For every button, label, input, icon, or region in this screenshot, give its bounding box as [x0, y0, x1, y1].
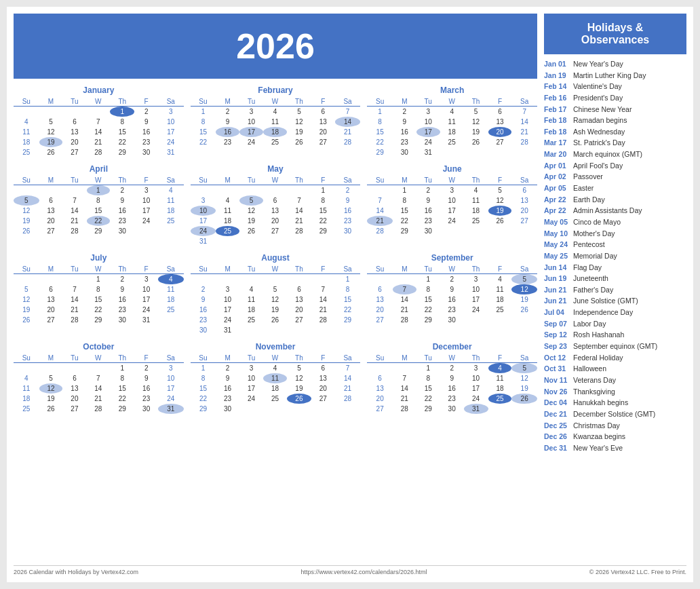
- day-cell: 5: [511, 363, 537, 374]
- day-cell: 23: [110, 305, 134, 315]
- day-cell: 20: [367, 394, 393, 404]
- day-cell: 26: [263, 315, 287, 325]
- day-cell: 21: [335, 383, 361, 394]
- day-header: Tu: [62, 176, 86, 185]
- day-cell: 22: [110, 394, 134, 404]
- day-header: Sa: [511, 265, 537, 274]
- day-header: Su: [191, 97, 216, 107]
- day-header: F: [134, 265, 158, 274]
- day-cell: 17: [158, 127, 184, 137]
- day-cell: [263, 185, 287, 196]
- day-header: M: [216, 354, 239, 363]
- table-row: 1234: [14, 274, 184, 285]
- month-title: September: [367, 253, 537, 263]
- day-cell: 14: [62, 294, 86, 305]
- day-cell: 25: [158, 305, 184, 315]
- holiday-item: Mar 17St. Patrick's Day: [544, 138, 686, 148]
- holiday-item: Nov 11Veterans Day: [544, 376, 686, 385]
- day-cell: 7: [511, 107, 537, 117]
- day-cell: 9: [134, 117, 158, 127]
- holiday-item: Apr 05Easter: [544, 184, 686, 193]
- day-cell: 27: [287, 315, 311, 325]
- day-cell: 2: [110, 274, 134, 285]
- day-cell: 19: [239, 216, 263, 226]
- day-header: Th: [464, 265, 488, 274]
- day-cell: 9: [110, 195, 134, 206]
- day-cell: [367, 185, 393, 196]
- day-cell: [239, 185, 263, 196]
- table-row: 27282930: [367, 315, 537, 325]
- day-cell: [239, 274, 263, 285]
- day-cell: 29: [335, 315, 361, 325]
- day-cell: 8: [367, 117, 393, 127]
- day-cell: 30: [110, 226, 134, 236]
- month-june: JuneSuMTuWThFSa1234567891011121314151617…: [367, 164, 537, 246]
- day-cell: 8: [311, 195, 335, 206]
- day-cell: 4: [440, 107, 464, 117]
- month-table: SuMTuWThFSa12345678910111213141516171819…: [191, 354, 361, 414]
- day-cell: 30: [440, 315, 464, 325]
- day-cell: [263, 274, 287, 285]
- day-header: Th: [287, 265, 311, 274]
- day-cell: 5: [263, 284, 287, 294]
- holiday-date: Jan 19: [544, 71, 570, 81]
- day-cell: 23: [440, 305, 464, 315]
- day-cell: 27: [367, 404, 393, 414]
- day-cell: 19: [39, 137, 63, 147]
- day-cell: 3: [464, 274, 488, 285]
- sidebar: Holidays &Observances Jan 01New Year's D…: [544, 14, 686, 560]
- day-header: W: [440, 97, 464, 107]
- day-cell: 31: [134, 315, 158, 325]
- day-header: Sa: [511, 176, 537, 185]
- day-cell: 11: [216, 206, 239, 216]
- day-cell: 21: [335, 127, 361, 137]
- holiday-item: Jun 21Father's Day: [544, 286, 686, 295]
- day-header: F: [488, 97, 512, 107]
- day-cell: 15: [311, 206, 335, 216]
- day-header: Su: [14, 354, 39, 363]
- day-cell: 15: [191, 383, 216, 394]
- day-cell: 26: [464, 137, 488, 147]
- holiday-name: Federal Holiday: [573, 354, 623, 363]
- table-row: 18192021222324: [14, 137, 184, 147]
- day-header: Su: [367, 97, 393, 107]
- day-cell: 17: [134, 294, 158, 305]
- table-row: 262728293031: [14, 315, 184, 325]
- day-cell: 9: [393, 117, 416, 127]
- day-cell: 24: [158, 394, 184, 404]
- holiday-date: May 24: [544, 240, 570, 250]
- day-cell: 20: [62, 137, 86, 147]
- day-header: Th: [110, 265, 134, 274]
- day-cell: 10: [239, 373, 263, 383]
- holiday-item: May 05Cinco de Mayo: [544, 218, 686, 227]
- sidebar-header: Holidays &Observances: [544, 14, 686, 54]
- month-table: SuMTuWThFSa12345678910111213141516171819…: [14, 97, 184, 157]
- day-cell: 23: [134, 394, 158, 404]
- day-header: M: [39, 354, 63, 363]
- day-cell: [393, 363, 416, 374]
- holiday-date: May 25: [544, 252, 570, 261]
- day-cell: 30: [110, 315, 134, 325]
- day-cell: 6: [488, 107, 512, 117]
- holiday-name: Memorial Day: [573, 252, 617, 261]
- day-cell: 8: [110, 117, 134, 127]
- day-cell: 15: [335, 294, 361, 305]
- month-december: DecemberSuMTuWThFSa123456789101112131415…: [367, 342, 537, 414]
- footer-right: © 2026 Vertex42 LLC. Free to Print.: [589, 569, 686, 575]
- holiday-name: St. Patrick's Day: [573, 138, 625, 148]
- day-cell: 4: [488, 274, 512, 285]
- day-cell: [311, 274, 335, 285]
- day-header: Tu: [239, 176, 263, 185]
- day-cell: 4: [488, 363, 512, 374]
- day-cell: [62, 274, 86, 285]
- day-cell: 21: [367, 216, 393, 226]
- day-cell: 1: [335, 274, 361, 285]
- day-cell: 22: [191, 137, 216, 147]
- day-cell: 19: [287, 383, 311, 394]
- holiday-date: Dec 26: [544, 432, 570, 442]
- day-header: Su: [191, 354, 216, 363]
- table-row: 22232425262728: [191, 394, 361, 404]
- day-cell: 29: [110, 147, 134, 157]
- day-cell: 15: [416, 294, 440, 305]
- day-cell: 5: [39, 117, 63, 127]
